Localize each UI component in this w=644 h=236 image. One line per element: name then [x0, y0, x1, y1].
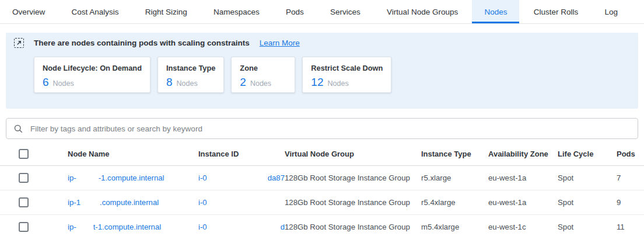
tab-pods[interactable]: Pods — [274, 0, 316, 23]
text-fragment: da87 — [268, 173, 285, 182]
constraint-card-node-lifecycle-on-demand[interactable]: Node Lifecycle: On Demand6Nodes — [34, 57, 150, 93]
node-name-link[interactable]: ip--1.compute.internal — [68, 173, 198, 182]
redacted-gap — [76, 229, 93, 230]
card-count: 6 — [43, 76, 49, 89]
tab-virtual-node-groups[interactable]: Virtual Node Groups — [374, 0, 470, 23]
card-count-row: 6Nodes — [43, 76, 142, 89]
learn-more-link[interactable]: Learn More — [260, 39, 300, 47]
tab-bar: OverviewCost AnalysisRight SizingNamespa… — [0, 0, 644, 24]
scaling-constraint-icon — [14, 38, 24, 48]
card-title: Zone — [240, 64, 286, 72]
text-fragment: i-0 — [198, 173, 207, 182]
tab-cluster-rolls[interactable]: Cluster Rolls — [522, 0, 591, 23]
card-title: Node Lifecycle: On Demand — [43, 64, 142, 72]
card-count: 12 — [311, 76, 323, 89]
text-fragment: ip- — [68, 173, 76, 182]
column-header-virtual-node-group: Virtual Node Group — [285, 150, 421, 158]
column-header-life-cycle: Life Cycle — [558, 150, 617, 158]
redacted-gap — [207, 229, 281, 230]
instance-type-cell: r5.4xlarge — [421, 198, 488, 207]
card-count-row: 12Nodes — [311, 76, 383, 89]
card-count-row: 2Nodes — [240, 76, 286, 89]
tab-right-sizing[interactable]: Right Sizing — [133, 0, 200, 23]
banner-message: There are nodes containing pods with sca… — [34, 39, 250, 47]
text-fragment: .compute.internal — [100, 198, 159, 207]
instance-id-link[interactable]: i-0da87 — [198, 173, 285, 182]
tab-namespaces[interactable]: Namespaces — [201, 0, 272, 23]
text-fragment: ip- — [68, 223, 76, 231]
row-checkbox-cell — [0, 222, 68, 232]
banner-message-row: There are nodes containing pods with sca… — [6, 33, 638, 48]
tab-nodes[interactable]: Nodes — [472, 0, 519, 23]
constraint-card-zone[interactable]: Zone2Nodes — [231, 57, 295, 93]
virtual-node-group-cell: 128Gb Root Storage Instance Group — [285, 173, 421, 182]
table-row: ip-t-1.compute.internali-0d128Gb Root St… — [0, 215, 644, 236]
row-checkbox[interactable] — [19, 222, 29, 232]
tab-overview[interactable]: Overview — [0, 0, 57, 23]
instance-type-cell: m5.4xlarge — [421, 223, 488, 231]
filter-search-box[interactable] — [6, 118, 638, 139]
table-row: ip-1.compute.internali-0128Gb Root Stora… — [0, 190, 644, 215]
row-checkbox-cell — [0, 197, 68, 207]
availability-zone-cell: eu-west-1a — [488, 173, 558, 182]
constraint-card-instance-type[interactable]: Instance Type8Nodes — [158, 57, 224, 93]
search-icon — [13, 124, 23, 134]
nodes-table: Node NameInstance IDVirtual Node GroupIn… — [0, 143, 644, 236]
virtual-node-group-cell: 128Gb Root Storage Instance Group — [285, 198, 421, 207]
node-name-link[interactable]: ip-1.compute.internal — [68, 198, 198, 207]
row-checkbox[interactable] — [19, 197, 29, 207]
card-count-row: 8Nodes — [166, 76, 215, 89]
tab-services[interactable]: Services — [318, 0, 373, 23]
scaling-constraints-banner: There are nodes containing pods with sca… — [6, 33, 638, 109]
row-checkbox[interactable] — [19, 173, 29, 183]
pods-cell: 11 — [617, 223, 644, 231]
row-checkbox-cell — [0, 173, 68, 183]
constraint-summary-cards: Node Lifecycle: On Demand6NodesInstance … — [34, 57, 638, 93]
table-header-row: Node NameInstance IDVirtual Node GroupIn… — [0, 143, 644, 166]
constraint-card-restrict-scale-down[interactable]: Restrict Scale Down12Nodes — [302, 57, 391, 93]
life-cycle-cell: Spot — [558, 223, 617, 231]
card-unit: Nodes — [250, 79, 271, 88]
column-header-availability-zone: Availability Zone — [488, 150, 558, 158]
card-title: Instance Type — [166, 64, 215, 72]
column-header-node-name: Node Name — [68, 150, 198, 158]
search-input[interactable] — [29, 124, 631, 134]
column-header-instance-id: Instance ID — [198, 150, 285, 158]
virtual-node-group-cell: 128Gb Root Storage Instance Group — [285, 223, 421, 231]
card-unit: Nodes — [328, 79, 349, 88]
text-fragment: i-0 — [198, 198, 207, 207]
card-unit: Nodes — [53, 79, 74, 88]
availability-zone-cell: eu-west-1a — [488, 198, 558, 207]
column-header-instance-type: Instance Type — [421, 150, 488, 158]
node-name-link[interactable]: ip-t-1.compute.internal — [68, 223, 198, 231]
text-fragment: i-0 — [198, 223, 207, 231]
life-cycle-cell: Spot — [558, 173, 617, 182]
text-fragment: ip-1 — [68, 198, 80, 207]
text-fragment: d — [281, 223, 285, 231]
card-count: 2 — [240, 76, 246, 89]
card-title: Restrict Scale Down — [311, 64, 383, 72]
instance-id-link[interactable]: i-0 — [198, 198, 285, 207]
tab-log[interactable]: Log — [592, 0, 630, 23]
tab-cost-analysis[interactable]: Cost Analysis — [60, 0, 131, 23]
redacted-gap — [80, 204, 100, 205]
text-fragment: -1.compute.internal — [99, 173, 164, 182]
column-header-pods: Pods — [617, 150, 644, 158]
select-all-checkbox[interactable] — [19, 149, 29, 159]
pods-cell: 9 — [617, 198, 644, 207]
life-cycle-cell: Spot — [558, 198, 617, 207]
table-body: ip--1.compute.internali-0da87128Gb Root … — [0, 166, 644, 236]
table-row: ip--1.compute.internali-0da87128Gb Root … — [0, 166, 644, 190]
availability-zone-cell: eu-west-1c — [488, 223, 558, 231]
instance-id-link[interactable]: i-0d — [198, 223, 285, 231]
redacted-gap — [207, 180, 268, 181]
text-fragment: t-1.compute.internal — [93, 223, 162, 231]
pods-cell: 7 — [617, 173, 644, 182]
header-checkbox-cell — [0, 149, 68, 159]
instance-type-cell: r5.xlarge — [421, 173, 488, 182]
card-count: 8 — [166, 76, 173, 89]
card-unit: Nodes — [177, 79, 198, 88]
redacted-gap — [76, 180, 99, 181]
